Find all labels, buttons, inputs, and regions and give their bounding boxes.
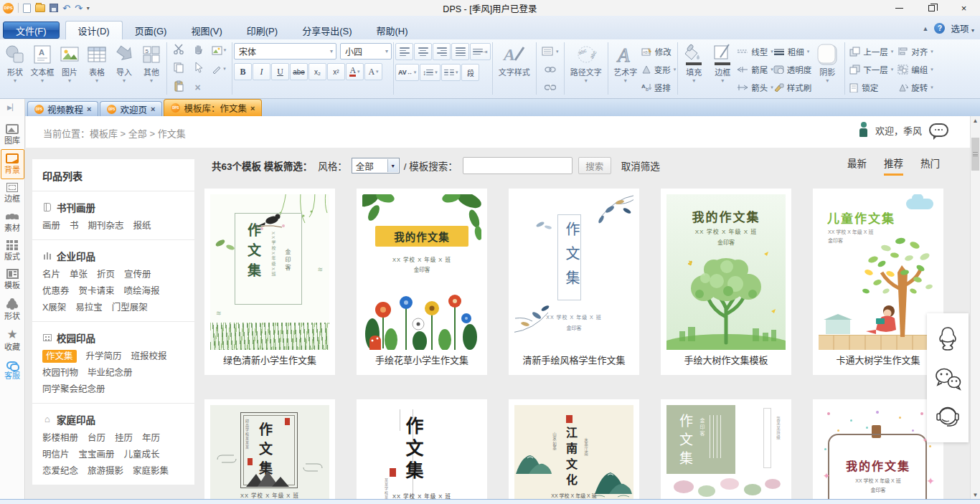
catalog-link[interactable]: 校园刊物 [42, 368, 78, 378]
scrollbar-thumb[interactable] [971, 138, 979, 171]
wordart-tool[interactable]: A 艺术字▾ [610, 40, 641, 97]
columns-button[interactable]: ▾ [441, 64, 461, 81]
sort-newest[interactable]: 最新 [847, 156, 867, 176]
message-bubble-icon[interactable] [929, 123, 948, 137]
group-button[interactable]: 编组▾ [897, 60, 933, 78]
template-caption[interactable]: 手绘花草小学生作文集 [362, 350, 481, 369]
menu-tab-page[interactable]: 页面(G) [123, 21, 179, 39]
catalog-link[interactable]: 升学简历 [86, 351, 122, 361]
template-cover[interactable]: 作文集 XX 学校 X 年级 X 班 金印客 [514, 194, 633, 350]
tab-close-icon[interactable]: × [250, 104, 255, 113]
line-type-button[interactable]: 线型▾ [737, 42, 773, 60]
rail-item-template[interactable]: 模板 [1, 265, 24, 294]
catalog-link[interactable]: 单张 [70, 270, 88, 280]
template-cover[interactable]: 作文集 金印客 第某某班级 [666, 405, 786, 499]
template-caption[interactable]: 手绘大树作文集模板 [666, 350, 786, 369]
menu-tab-design[interactable]: 设计(D) [65, 21, 123, 39]
catalog-link[interactable]: 同学聚会纪念册 [42, 384, 105, 394]
vertical-text-button[interactable]: Ab竖排 [641, 78, 677, 96]
style-select[interactable]: 全部▼ [352, 158, 400, 173]
template-cover[interactable]: 我的作文集 XX 学校 X 年级 X 班 金印客 ✦ ✦ ✦ [819, 405, 938, 499]
catalog-link[interactable]: 明信片 [42, 450, 70, 460]
rail-item-gallery[interactable]: 图库 [1, 120, 24, 149]
catalog-link[interactable]: 喷绘海报 [124, 286, 160, 296]
catalog-link[interactable]: 旅游摄影 [88, 466, 123, 476]
menu-tab-print[interactable]: 印刷(P) [235, 21, 290, 39]
other-tool[interactable]: 5 其他▾ [138, 40, 165, 97]
bold-button[interactable]: B [234, 63, 252, 80]
catalog-link[interactable]: 门型展架 [112, 303, 148, 313]
char-spacing-button[interactable]: AV↔▾ [395, 64, 419, 81]
shadow-tool[interactable]: 阴影▾ [811, 40, 843, 97]
help-icon[interactable]: ? [934, 23, 945, 34]
image-pick-icon[interactable]: ▾ [212, 46, 227, 55]
options-button[interactable]: 选项 ▾ [951, 22, 974, 35]
restore-button[interactable] [915, 0, 948, 16]
menu-tab-file[interactable]: 文件(F) [3, 22, 60, 39]
copy-icon[interactable] [173, 62, 184, 76]
template-cover[interactable]: 作文集 某某学校某年级 XX 学校 X 年级 X 班 [362, 405, 481, 499]
catalog-link[interactable]: 宣传册 [124, 270, 151, 280]
sort-recommend[interactable]: 推荐 [884, 156, 903, 176]
catalog-link[interactable]: 书 [70, 221, 79, 231]
headset-icon[interactable] [933, 404, 962, 431]
catalog-link[interactable]: 儿童成长 [124, 450, 160, 460]
paragraph-button[interactable]: 段 [461, 64, 479, 81]
thickness-button[interactable]: 粗细▾ [773, 42, 812, 60]
cancel-filter-button[interactable]: 取消筛选 [621, 158, 660, 173]
shape-tool[interactable]: 形状▾ [1, 40, 29, 97]
template-caption[interactable]: 清新手绘风格学生作文集 [514, 350, 633, 369]
align-center-button[interactable] [414, 43, 432, 60]
template-cover[interactable]: 作文集 印品学校某某某 XX 学校 X 年级 X 班 [210, 405, 329, 499]
layer-down-button[interactable]: 下一层▾ [849, 60, 893, 78]
font-size-select[interactable]: 小四▾ [340, 43, 392, 60]
edit-points-icon[interactable]: ▾ [212, 64, 226, 74]
import-tool[interactable]: 导入▾ [110, 40, 138, 97]
close-button[interactable]: × [948, 0, 980, 16]
menu-tab-help[interactable]: 帮助(H) [364, 21, 420, 39]
template-cover[interactable]: 儿童作文集 XX 学校 X 年级 X 班 金印客 [819, 194, 938, 350]
catalog-link[interactable]: 影楼相册 [42, 433, 78, 443]
menu-tab-view[interactable]: 视图(V) [179, 21, 234, 39]
distribute-button[interactable]: ⇥ [470, 43, 491, 60]
rail-item-border[interactable]: 边框 [1, 179, 24, 207]
tab-close-icon[interactable]: × [87, 105, 91, 113]
font-family-select[interactable]: 宋体▾ [234, 43, 336, 60]
vertical-scrollbar[interactable]: ▲ ▼ [970, 116, 980, 504]
modify-button[interactable]: ABC修改 [641, 42, 677, 60]
arrow-tail-button[interactable]: 箭尾▾ [737, 60, 773, 78]
catalog-link[interactable]: 易拉宝 [75, 303, 103, 313]
catalog-link-active[interactable]: 作文集 [42, 350, 77, 363]
catalog-link[interactable]: 毕业纪念册 [88, 368, 133, 378]
catalog-link[interactable]: 期刊杂志 [88, 221, 124, 231]
menu-tab-share[interactable]: 分享导出(S) [290, 21, 364, 39]
catalog-link[interactable]: X展架 [42, 303, 66, 313]
template-cover[interactable]: 我的作文集 XX 学校 X 年级 X 班 金印客 [362, 194, 481, 350]
catalog-link[interactable]: 宝宝画册 [79, 450, 115, 460]
qq-icon[interactable] [934, 325, 961, 353]
scroll-up-icon[interactable]: ▲ [971, 118, 980, 124]
catalog-link[interactable]: 画册 [42, 221, 60, 231]
catalog-link[interactable]: 优惠券 [42, 286, 70, 296]
catalog-link[interactable]: 贺卡请束 [79, 286, 115, 296]
underline-button[interactable]: U [271, 63, 289, 80]
catalog-link[interactable]: 名片 [42, 270, 60, 280]
search-input[interactable] [463, 157, 573, 174]
catalog-link[interactable]: 恋爱纪念 [42, 466, 78, 476]
catalog-link[interactable]: 折页 [97, 270, 115, 280]
rail-item-support[interactable]: 客服 [1, 356, 24, 384]
panel-expand-icon[interactable]: ▶▏ [0, 99, 25, 116]
border-tool[interactable]: 边框▾ [708, 40, 737, 97]
arrow-head-button[interactable]: 箭头▾ [737, 78, 773, 96]
font-color-button[interactable]: A▾ [346, 63, 364, 80]
select-arrow-icon[interactable]: ▼ [387, 159, 398, 172]
minimize-button[interactable] [883, 0, 915, 16]
deform-button[interactable]: 变形▾ [641, 60, 677, 78]
catalog-link[interactable]: 报纸 [133, 221, 151, 231]
scroll-down-icon[interactable]: ▼ [971, 492, 980, 498]
rail-item-layout[interactable]: 版式 [1, 237, 24, 265]
style-brush-button[interactable]: 样式刷 [773, 78, 812, 96]
italic-button[interactable]: I [253, 63, 270, 80]
sort-hot[interactable]: 热门 [920, 156, 940, 176]
rail-item-favorites[interactable]: ★收藏 [1, 325, 24, 356]
